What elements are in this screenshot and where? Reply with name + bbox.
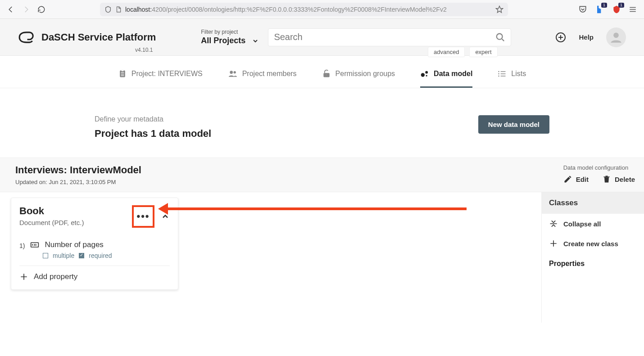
svg-point-16 <box>499 73 500 75</box>
svg-point-14 <box>426 75 427 77</box>
svg-point-12 <box>421 73 425 77</box>
search-mode-advanced[interactable]: advanced <box>428 47 465 57</box>
svg-point-2 <box>613 32 619 38</box>
property-flags: multiple required <box>43 252 170 259</box>
plus-icon <box>19 272 28 281</box>
plus-icon <box>549 239 558 248</box>
side-section-classes[interactable]: Classes <box>542 192 644 214</box>
nav-reload-button[interactable] <box>35 3 48 16</box>
brand-title: DaSCH Service Platform <box>41 32 156 43</box>
property-name: Number of pages <box>45 240 103 249</box>
svg-point-13 <box>425 71 428 74</box>
svg-point-11 <box>326 74 327 76</box>
tab-permissions[interactable]: Permission groups <box>322 61 395 88</box>
search-field[interactable] <box>268 28 511 46</box>
add-property-button[interactable]: Add property <box>19 266 170 288</box>
hamburger-menu-icon[interactable] <box>629 5 637 14</box>
required-checkbox[interactable] <box>79 253 84 258</box>
filter-value-text: All Projects <box>201 36 245 45</box>
lock-open-icon <box>322 69 331 78</box>
property-row: 1) Number of pages <box>19 240 170 249</box>
people-icon <box>228 69 238 78</box>
collapse-all-button[interactable]: Collapse all <box>542 214 644 234</box>
svg-rect-6 <box>121 74 124 74</box>
brand-logo-icon <box>18 29 35 46</box>
search-input[interactable] <box>274 32 495 42</box>
side-section-properties[interactable]: Properties <box>542 253 644 274</box>
pocket-icon[interactable] <box>578 5 587 14</box>
class-card-subtitle: Document (PDF, etc.) <box>19 219 84 226</box>
collapse-icon <box>549 219 558 228</box>
svg-point-8 <box>230 71 233 74</box>
hero-title: Project has 1 data model <box>95 128 211 140</box>
project-filter-dropdown[interactable]: Filter by project All Projects <box>201 29 259 45</box>
multiple-checkbox[interactable] <box>43 253 48 258</box>
ontology-title: Interviews: InterviewModel <box>15 164 141 176</box>
page-icon <box>115 6 122 13</box>
svg-rect-5 <box>121 72 124 73</box>
svg-point-17 <box>499 76 500 77</box>
svg-point-9 <box>233 71 236 73</box>
app-version: v4.10.1 <box>135 47 153 53</box>
nav-forward-button[interactable] <box>20 3 32 16</box>
svg-rect-4 <box>121 70 123 71</box>
clipboard-icon <box>118 69 127 78</box>
delete-ontology-button[interactable]: Delete <box>602 175 635 184</box>
help-link[interactable]: Help <box>579 33 594 41</box>
url-text: localhost:4200/project/0008/ontologies/h… <box>125 6 492 13</box>
tab-project[interactable]: Project: INTERVIEWS <box>118 61 203 88</box>
add-circle-icon[interactable] <box>555 32 566 43</box>
tab-members[interactable]: Project members <box>228 61 297 88</box>
pencil-icon <box>563 175 572 184</box>
svg-point-0 <box>497 33 503 39</box>
nav-back-button[interactable] <box>5 3 17 16</box>
create-class-button[interactable]: Create new class <box>542 234 644 253</box>
svg-rect-7 <box>121 75 124 76</box>
model-config-label: Data model configuration <box>563 164 635 171</box>
tab-data-model[interactable]: Data model <box>420 61 472 88</box>
side-panel: Classes Collapse all Create new class Pr… <box>541 192 644 323</box>
edit-ontology-button[interactable]: Edit <box>563 175 589 184</box>
new-data-model-button[interactable]: New data model <box>478 115 549 134</box>
filter-label: Filter by project <box>201 29 259 35</box>
user-avatar[interactable] <box>606 27 626 47</box>
bookmark-star-icon[interactable] <box>495 5 503 14</box>
tab-lists[interactable]: Lists <box>498 61 526 88</box>
search-icon[interactable] <box>495 32 505 42</box>
list-icon <box>498 69 507 78</box>
ontology-updated: Updated on: Jun 21, 2021, 3:10:05 PM <box>15 179 141 185</box>
class-more-menu-button[interactable]: ••• <box>132 205 154 228</box>
address-bar[interactable]: localhost:4200/project/0008/ontologies/h… <box>100 3 508 16</box>
hero-subtitle: Define your metadata <box>95 115 211 123</box>
class-card-title: Book <box>19 205 84 217</box>
search-mode-expert[interactable]: expert <box>469 47 497 57</box>
extension-1-icon[interactable]: 1 <box>594 5 604 14</box>
shield-icon <box>104 6 112 13</box>
trash-icon <box>602 175 611 184</box>
chevron-down-icon <box>252 37 259 45</box>
svg-point-15 <box>499 71 500 72</box>
property-index: 1) <box>19 242 25 249</box>
annotation-arrow <box>160 207 467 210</box>
integer-property-icon <box>29 240 40 249</box>
extension-2-icon[interactable]: 1 <box>612 5 621 14</box>
bubble-chart-icon <box>420 69 429 78</box>
project-tabs: Project: INTERVIEWS Project members Perm… <box>0 61 644 88</box>
